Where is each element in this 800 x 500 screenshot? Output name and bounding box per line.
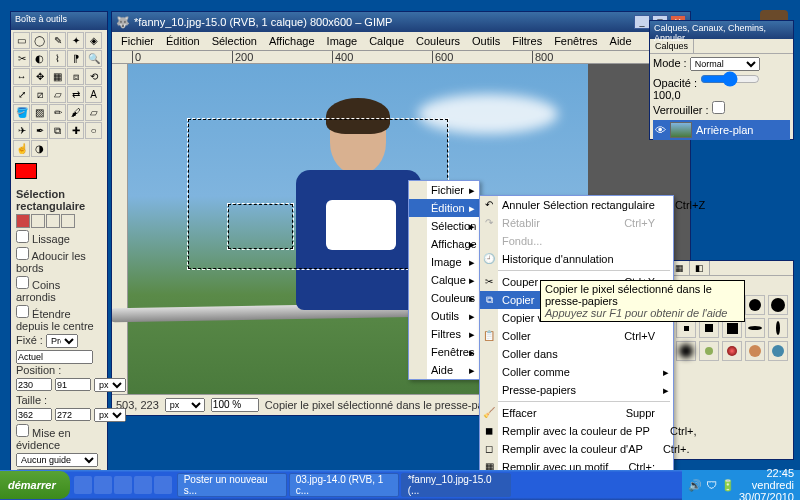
rectangular-selection-inner[interactable] [228, 204, 293, 249]
minimize-button[interactable]: _ [634, 15, 650, 29]
mode-add-icon[interactable] [31, 214, 45, 228]
tool-move-icon[interactable]: ✥ [31, 68, 48, 85]
tool-by-color-icon[interactable]: ◈ [85, 32, 102, 49]
size-w-input[interactable] [16, 408, 52, 421]
tray-icon[interactable]: 🛡 [706, 479, 717, 491]
brush-item[interactable] [722, 341, 742, 361]
ruler-horizontal[interactable]: 0 200 400 600 800 [112, 50, 690, 64]
pos-unit[interactable]: px [94, 378, 126, 392]
taskbar-task[interactable]: 03.jpg-14.0 (RVB, 1 c... [289, 473, 399, 497]
tool-flip-icon[interactable]: ⇄ [67, 86, 84, 103]
tool-shear-icon[interactable]: ⧄ [31, 86, 48, 103]
zoom-input[interactable] [211, 398, 259, 412]
pos-x-input[interactable] [16, 378, 52, 391]
menu-filtres[interactable]: Filtres [507, 34, 547, 48]
tool-blend-icon[interactable]: ▨ [31, 104, 48, 121]
tool-free-select-icon[interactable]: ✎ [49, 32, 66, 49]
ql-icon[interactable] [94, 476, 112, 494]
layer-name[interactable]: Arrière-plan [696, 124, 753, 136]
ctx-selection[interactable]: Sélection▸ [409, 217, 479, 235]
ctx-fenetres[interactable]: Fenêtres▸ [409, 343, 479, 361]
tool-rect-select-icon[interactable]: ▭ [13, 32, 30, 49]
menu-outils[interactable]: Outils [467, 34, 505, 48]
menu-aide[interactable]: Aide [605, 34, 637, 48]
guide-select[interactable]: Aucun guide [16, 453, 98, 467]
mode-intersect-icon[interactable] [61, 214, 75, 228]
tool-heal-icon[interactable]: ✚ [67, 122, 84, 139]
tool-smudge-icon[interactable]: ☝ [13, 140, 30, 157]
mode-subtract-icon[interactable] [46, 214, 60, 228]
pos-y-input[interactable] [55, 378, 91, 391]
brush-item[interactable] [768, 295, 788, 315]
ctx-filtres[interactable]: Filtres▸ [409, 325, 479, 343]
menu-affichage[interactable]: Affichage [264, 34, 320, 48]
toolbox-title[interactable]: Boîte à outils [11, 12, 107, 30]
tray-icon[interactable]: 🔊 [688, 479, 702, 492]
opt-highlight[interactable]: Mise en évidence [16, 424, 102, 451]
tool-pencil-icon[interactable]: ✏ [49, 104, 66, 121]
size-unit[interactable]: px [94, 408, 126, 422]
system-tray[interactable]: 🔊🛡🔋 22:45 vendredi 30/07/2010 [682, 470, 800, 500]
menu-fenetres[interactable]: Fenêtres [549, 34, 602, 48]
ql-icon[interactable] [154, 476, 172, 494]
menu-image[interactable]: Image [322, 34, 363, 48]
color-swatches[interactable] [11, 159, 107, 183]
tool-text-icon[interactable]: A [85, 86, 102, 103]
tool-color-picker-icon[interactable]: ⁋ [67, 50, 84, 67]
tool-zoom-icon[interactable]: 🔍 [85, 50, 102, 67]
ctx-fill-bg[interactable]: ◻Remplir avec la couleur d'APCtrl+. [480, 440, 673, 458]
tool-ellipse-select-icon[interactable]: ◯ [31, 32, 48, 49]
brush-item[interactable] [676, 341, 696, 361]
tool-crop-icon[interactable]: ⧈ [67, 68, 84, 85]
tool-align-icon[interactable]: ▦ [49, 68, 66, 85]
ctx-affichage[interactable]: Affichage▸ [409, 235, 479, 253]
tool-measure-icon[interactable]: ↔ [13, 68, 30, 85]
ctx-image[interactable]: Image▸ [409, 253, 479, 271]
tool-brush-icon[interactable]: 🖌 [67, 104, 84, 121]
tool-scissors-icon[interactable]: ✂ [13, 50, 30, 67]
ctx-paste-into[interactable]: Coller dans [480, 345, 673, 363]
titlebar[interactable]: 🐺 *fanny_10.jpg-15.0 (RVB, 1 calque) 800… [112, 12, 690, 32]
brush-item[interactable] [745, 318, 765, 338]
tab-layers[interactable]: Calques [650, 39, 694, 53]
tool-blur-icon[interactable]: ○ [85, 122, 102, 139]
fixed-select[interactable]: Proportions [46, 334, 78, 348]
tool-fuzzy-select-icon[interactable]: ✦ [67, 32, 84, 49]
opt-antialias[interactable]: Lissage [16, 230, 102, 245]
tool-foreground-icon[interactable]: ◐ [31, 50, 48, 67]
eye-icon[interactable]: 👁 [655, 124, 666, 136]
ctx-clear[interactable]: 🧹EffacerSuppr [480, 404, 673, 422]
taskbar-task[interactable]: *fanny_10.jpg-15.0 (... [401, 473, 511, 497]
ql-icon[interactable] [74, 476, 92, 494]
tool-paths-icon[interactable]: ⌇ [49, 50, 66, 67]
ctx-calque[interactable]: Calque▸ [409, 271, 479, 289]
menu-fichier[interactable]: Fichier [116, 34, 159, 48]
ruler-vertical[interactable] [112, 64, 128, 394]
brush-item[interactable] [768, 318, 788, 338]
status-unit-select[interactable]: px [165, 398, 205, 412]
tool-ink-icon[interactable]: ✒ [31, 122, 48, 139]
ctx-paste[interactable]: 📋CollerCtrl+V [480, 327, 673, 345]
layers-dock-title[interactable]: Calques, Canaux, Chemins, Annuler [650, 21, 793, 39]
tool-airbrush-icon[interactable]: ✈ [13, 122, 30, 139]
menu-calque[interactable]: Calque [364, 34, 409, 48]
clock[interactable]: 22:45 vendredi 30/07/2010 [739, 467, 794, 500]
opacity-slider[interactable] [700, 71, 760, 87]
tool-clone-icon[interactable]: ⧉ [49, 122, 66, 139]
tool-scale-icon[interactable]: ⤢ [13, 86, 30, 103]
ql-icon[interactable] [134, 476, 152, 494]
ctx-fill-fg[interactable]: ◼Remplir avec la couleur de PPCtrl+, [480, 422, 673, 440]
tool-bucket-icon[interactable]: 🪣 [13, 104, 30, 121]
blend-mode-select[interactable]: Normal [690, 57, 760, 71]
ctx-undo[interactable]: ↶Annuler Sélection rectangulaireCtrl+Z [480, 196, 673, 214]
menu-selection[interactable]: Sélection [207, 34, 262, 48]
lock-checkbox[interactable] [712, 101, 725, 114]
ctx-buffers[interactable]: Presse-papiers▸ [480, 381, 673, 399]
ctx-edition[interactable]: Édition▸ [409, 199, 479, 217]
menu-couleurs[interactable]: Couleurs [411, 34, 465, 48]
brush-item[interactable] [745, 341, 765, 361]
brush-item[interactable] [745, 295, 765, 315]
ql-icon[interactable] [114, 476, 132, 494]
opt-expand-center[interactable]: Étendre depuis le centre [16, 305, 102, 332]
tab-gradients-icon[interactable]: ◧ [690, 261, 710, 275]
